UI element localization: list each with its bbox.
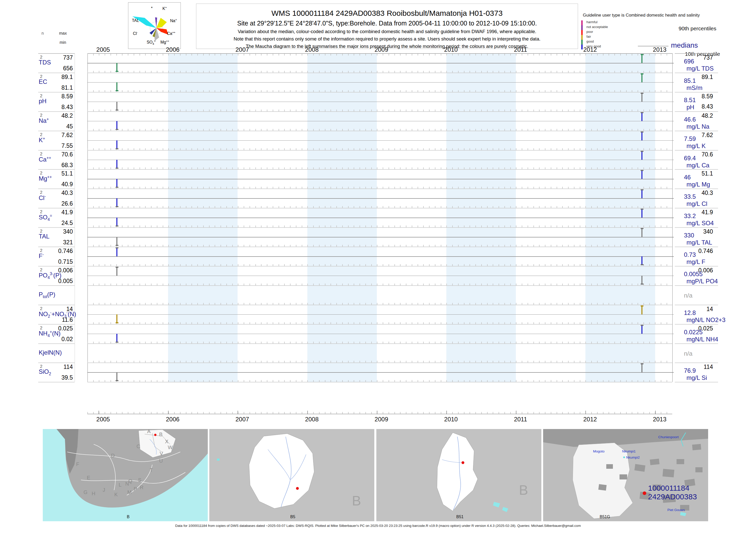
unit-label: mS/m xyxy=(687,84,703,92)
row-month-ticks xyxy=(87,342,672,343)
unit-label: mg/L K xyxy=(687,142,706,150)
left-cell-border xyxy=(38,266,75,267)
sample-2012-bar xyxy=(641,256,642,265)
median-line xyxy=(87,82,674,83)
min-value: 0.715 xyxy=(38,258,73,265)
row-month-ticks xyxy=(87,380,672,382)
sample-2012-bar xyxy=(641,325,642,334)
row-month-ticks xyxy=(87,284,672,285)
catchment-letter-l: L xyxy=(119,482,122,488)
left-cell-border xyxy=(38,227,75,228)
min-value: 7.55 xyxy=(38,142,73,149)
max-value: 0.025 xyxy=(38,325,73,332)
right-median-value: 76.9 xyxy=(684,367,696,374)
year-label-bottom: 2009 xyxy=(370,416,393,423)
year-tick xyxy=(516,411,516,414)
unit-label: mg/L TAL xyxy=(687,239,712,246)
row-boundary xyxy=(87,208,672,209)
right-median-value: 12.8 xyxy=(684,309,696,316)
right-median-value: 0.0055 xyxy=(684,270,703,278)
right-cell-border xyxy=(675,247,718,247)
sample-2005-cap xyxy=(116,129,119,130)
right-cell-border xyxy=(675,72,718,73)
row-month-ticks xyxy=(87,187,672,188)
right-median-value: 33.5 xyxy=(684,193,696,200)
right-cell-border xyxy=(675,266,718,267)
median-line xyxy=(87,102,674,102)
year-tick xyxy=(168,411,169,414)
right-cell-border xyxy=(675,169,718,170)
row-boundary xyxy=(87,92,672,93)
sample-2005-cap xyxy=(116,225,119,226)
year-label-top: 2011 xyxy=(509,46,532,53)
left-cell-border xyxy=(38,382,75,382)
right-median-value: 33.2 xyxy=(684,212,696,220)
max-value: 737 xyxy=(38,54,73,61)
left-cell-border xyxy=(38,111,75,112)
min-value: 321 xyxy=(38,239,73,246)
sample-2005-bar xyxy=(116,179,118,187)
row-boundary xyxy=(87,247,672,247)
catchment-letter-m: M xyxy=(127,490,132,495)
bottom-axis-line xyxy=(87,414,672,414)
right-median-value: 8.51 xyxy=(684,97,696,104)
max-value: 0.006 xyxy=(38,267,73,274)
right-cell-border xyxy=(675,188,718,189)
svg-text:B5: B5 xyxy=(290,515,295,519)
catchment-letter-j: J xyxy=(103,487,105,493)
svg-text:B: B xyxy=(519,482,528,497)
sample-2005-cap xyxy=(116,267,119,268)
right-median-value: 46.6 xyxy=(684,116,696,123)
station-id-label: 2429AD00383 xyxy=(648,493,697,501)
report-page: * K+ TAL Na+ Cl- Ca++ SO4= Mg++ n max mi… xyxy=(0,0,756,535)
year-label-bottom: 2011 xyxy=(509,416,532,423)
map-label-b51g: B51G xyxy=(600,515,610,519)
row-month-ticks xyxy=(87,90,672,92)
right-cell-border xyxy=(675,324,718,324)
sample-2012-bar xyxy=(641,170,642,179)
sample-2012-bar xyxy=(641,151,642,160)
sample-2012-cap xyxy=(641,228,643,229)
sample-2005-bar xyxy=(116,198,118,207)
year-label-bottom: 2012 xyxy=(579,416,602,423)
map-panel-b51: B B51 xyxy=(376,429,541,521)
sample-2012-bar xyxy=(641,112,642,121)
row-boundary xyxy=(87,131,672,131)
unit-label: mgN/L NO2+3 xyxy=(687,316,725,324)
right-cell-border xyxy=(675,131,718,131)
right-column-top-border xyxy=(675,53,718,54)
max-value: 89.1 xyxy=(38,73,73,80)
median-line xyxy=(87,198,674,199)
min-value: 81.1 xyxy=(38,84,73,91)
sample-2005-bar xyxy=(116,217,118,226)
row-month-ticks xyxy=(87,361,672,362)
max-value: 51.1 xyxy=(38,170,73,177)
sample-2012-bar xyxy=(641,276,642,284)
sample-2005-bar xyxy=(116,140,118,149)
row-boundary xyxy=(87,285,672,286)
right-median-value: 46 xyxy=(684,174,691,181)
max-value: 48.2 xyxy=(38,112,73,119)
min-value: 45 xyxy=(38,123,73,130)
na-label: n/a xyxy=(684,292,692,299)
min-value: 40.9 xyxy=(38,181,73,188)
left-cell-border xyxy=(38,72,75,73)
year-label-top: 2005 xyxy=(92,46,115,53)
catchment-letter-e: E xyxy=(87,475,90,481)
year-label-bottom: 2010 xyxy=(440,416,462,423)
sample-2005-cap xyxy=(116,245,119,246)
sample-2012-bar xyxy=(641,189,642,198)
sample-2005-bar xyxy=(116,248,118,256)
sample-2005-cap xyxy=(116,247,119,248)
top-axis-month-ticks xyxy=(87,54,672,56)
median-line xyxy=(87,334,674,334)
min-value: 11.6 xyxy=(38,316,73,323)
sample-2012-bar xyxy=(641,364,642,372)
catchment-letter-a: A xyxy=(147,429,151,434)
median-line xyxy=(87,372,674,373)
sample-2012-cap xyxy=(641,93,643,94)
param-label: Ptot(P) xyxy=(39,291,55,299)
site-marker xyxy=(643,492,646,495)
left-cell-border xyxy=(38,169,75,170)
row-month-ticks xyxy=(87,245,672,247)
